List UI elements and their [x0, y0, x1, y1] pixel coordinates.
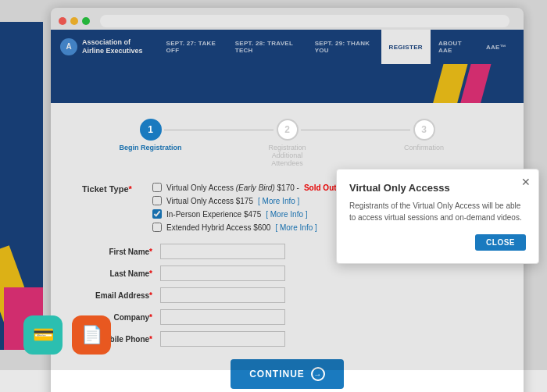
popup-dialog: Virtual Only Accesss ✕ Registrants of th…	[336, 169, 524, 264]
step-3-circle: 3	[413, 119, 435, 141]
bottom-icon-card: 💳	[23, 315, 63, 355]
step-2-circle: 2	[277, 119, 299, 141]
popup-close-x-button[interactable]: ✕	[521, 176, 524, 188]
popup-title: Virtual Only Accesss	[349, 182, 524, 194]
bottom-icon-certificate: 📄	[72, 315, 111, 355]
popup-overlay: Virtual Only Accesss ✕ Registrants of th…	[51, 8, 524, 370]
card-icon: 💳	[33, 325, 54, 345]
bottom-icons: 💳 📄	[23, 315, 111, 355]
popup-body-text: Registrants of the Virtual Only Access w…	[349, 200, 524, 223]
step-1-circle: 1	[140, 119, 162, 141]
popup-close-button[interactable]: CLOSE	[475, 234, 524, 251]
certificate-icon: 📄	[81, 325, 102, 345]
